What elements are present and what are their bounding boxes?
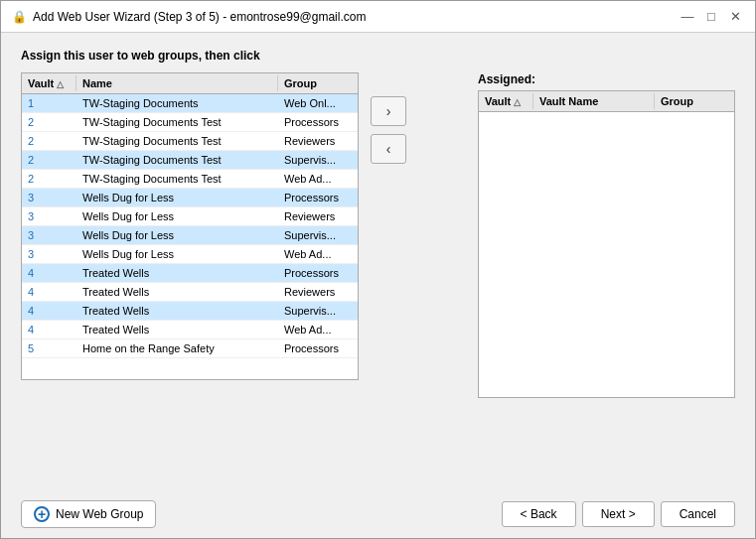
col-vault-right: Vault △ — [479, 93, 533, 109]
cell-vault: 3 — [22, 208, 76, 224]
add-to-assigned-button[interactable]: › — [371, 96, 406, 126]
cell-group: Reviewers — [278, 208, 358, 224]
cell-name: Treated Wells — [76, 265, 278, 281]
cell-group: Supervis... — [278, 152, 358, 168]
assigned-label: Assigned: — [478, 72, 735, 86]
cell-group: Processors — [278, 265, 358, 281]
cell-group: Processors — [278, 190, 358, 205]
cell-group: Web Ad... — [278, 246, 358, 262]
assigned-groups-table[interactable]: Vault △ Vault Name Group — [478, 90, 735, 398]
back-button[interactable]: < Back — [502, 501, 576, 527]
remove-from-assigned-button[interactable]: ‹ — [371, 134, 406, 164]
table-row[interactable]: 3 Wells Dug for Less Supervis... — [22, 226, 358, 245]
cell-name: TW-Staging Documents Test — [76, 152, 278, 168]
titlebar-controls: — □ ✕ — [678, 8, 745, 26]
navigation-buttons: < Back Next > Cancel — [502, 501, 735, 527]
table-row[interactable]: 4 Treated Wells Supervis... — [22, 302, 358, 321]
window-title: Add Web User Wizard (Step 3 of 5) - emon… — [33, 10, 366, 24]
table-row[interactable]: 2 TW-Staging Documents Test Processors — [22, 113, 358, 132]
col-name: Name — [76, 75, 278, 91]
table-row[interactable]: 1 TW-Staging Documents Web Onl... — [22, 94, 358, 113]
cell-vault: 3 — [22, 190, 76, 205]
cell-name: Treated Wells — [76, 322, 278, 337]
cell-vault: 4 — [22, 265, 76, 281]
col-group-right: Group — [655, 93, 734, 109]
cell-group: Web Ad... — [278, 322, 358, 337]
content-area: Assign this user to web groups, then cli… — [1, 33, 755, 538]
cell-name: TW-Staging Documents Test — [76, 114, 278, 130]
cell-group: Reviewers — [278, 284, 358, 300]
table-row[interactable]: 4 Treated Wells Reviewers — [22, 283, 358, 302]
cell-vault: 2 — [22, 114, 76, 130]
table-row[interactable]: 2 TW-Staging Documents Test Reviewers — [22, 132, 358, 151]
col-vaultname: Vault Name — [533, 93, 655, 109]
cell-name: Treated Wells — [76, 303, 278, 319]
table-row[interactable]: 4 Treated Wells Web Ad... — [22, 321, 358, 339]
cell-vault: 4 — [22, 284, 76, 300]
cell-group: Web Onl... — [278, 95, 358, 111]
add-circle-icon: + — [34, 506, 50, 522]
next-button[interactable]: Next > — [582, 501, 655, 527]
cell-vault: 3 — [22, 246, 76, 262]
table-row[interactable]: 2 TW-Staging Documents Test Supervis... — [22, 151, 358, 170]
cell-name: Wells Dug for Less — [76, 190, 278, 205]
bottom-row: + New Web Group < Back Next > Cancel — [21, 494, 735, 528]
cell-name: Wells Dug for Less — [76, 246, 278, 262]
new-web-group-label: New Web Group — [56, 507, 143, 521]
cell-group: Supervis... — [278, 227, 358, 243]
table-row[interactable]: 4 Treated Wells Processors — [22, 264, 358, 283]
cell-name: Wells Dug for Less — [76, 227, 278, 243]
col-group: Group — [278, 75, 358, 91]
cell-vault: 4 — [22, 322, 76, 337]
cell-name: Treated Wells — [76, 284, 278, 300]
wizard-window: 🔒 Add Web User Wizard (Step 3 of 5) - em… — [0, 0, 756, 539]
cell-name: Home on the Range Safety — [76, 340, 278, 356]
right-panel: Assigned: Vault △ Vault Name Group — [478, 72, 735, 398]
cell-name: TW-Staging Documents Test — [76, 171, 278, 187]
cell-group: Processors — [278, 114, 358, 130]
new-web-group-button[interactable]: + New Web Group — [21, 500, 156, 528]
titlebar-left: 🔒 Add Web User Wizard (Step 3 of 5) - em… — [11, 9, 366, 25]
cancel-button[interactable]: Cancel — [661, 501, 735, 527]
cell-group: Processors — [278, 340, 358, 356]
cell-group: Reviewers — [278, 133, 358, 149]
cell-vault: 3 — [22, 227, 76, 243]
cell-vault: 5 — [22, 340, 76, 356]
available-groups-table[interactable]: Vault △ Name Group 1 TW-Staging Document… — [21, 72, 359, 380]
lock-icon: 🔒 — [11, 9, 27, 25]
col-vault: Vault △ — [22, 75, 76, 91]
table-header-left: Vault △ Name Group — [22, 73, 358, 94]
table-header-right: Vault △ Vault Name Group — [479, 91, 734, 112]
titlebar: 🔒 Add Web User Wizard (Step 3 of 5) - em… — [1, 1, 755, 33]
table-row[interactable]: 3 Wells Dug for Less Web Ad... — [22, 245, 358, 264]
cell-vault: 2 — [22, 133, 76, 149]
left-panel: Vault △ Name Group 1 TW-Staging Document… — [21, 72, 359, 380]
cell-vault: 1 — [22, 95, 76, 111]
minimize-button[interactable]: — — [678, 8, 697, 26]
maximize-button[interactable]: □ — [701, 8, 721, 26]
cell-name: TW-Staging Documents — [76, 95, 278, 111]
arrows-column: › ‹ — [359, 72, 418, 164]
cell-group: Supervis... — [278, 303, 358, 319]
assigned-groups-body[interactable] — [479, 112, 734, 396]
panels-row: Vault △ Name Group 1 TW-Staging Document… — [21, 72, 735, 482]
cell-vault: 4 — [22, 303, 76, 319]
table-row[interactable]: 3 Wells Dug for Less Processors — [22, 189, 358, 207]
cell-vault: 2 — [22, 171, 76, 187]
cell-name: TW-Staging Documents Test — [76, 133, 278, 149]
sort-arrow-vault: △ — [57, 79, 64, 89]
cell-name: Wells Dug for Less — [76, 208, 278, 224]
cell-vault: 2 — [22, 152, 76, 168]
close-button[interactable]: ✕ — [725, 8, 745, 26]
table-row[interactable]: 2 TW-Staging Documents Test Web Ad... — [22, 170, 358, 189]
available-groups-body[interactable]: 1 TW-Staging Documents Web Onl... 2 TW-S… — [22, 94, 358, 378]
instruction-text: Assign this user to web groups, then cli… — [21, 49, 735, 63]
cell-group: Web Ad... — [278, 171, 358, 187]
table-row[interactable]: 5 Home on the Range Safety Processors — [22, 339, 358, 358]
sort-arrow-vault-right: △ — [514, 97, 521, 107]
table-row[interactable]: 3 Wells Dug for Less Reviewers — [22, 207, 358, 226]
